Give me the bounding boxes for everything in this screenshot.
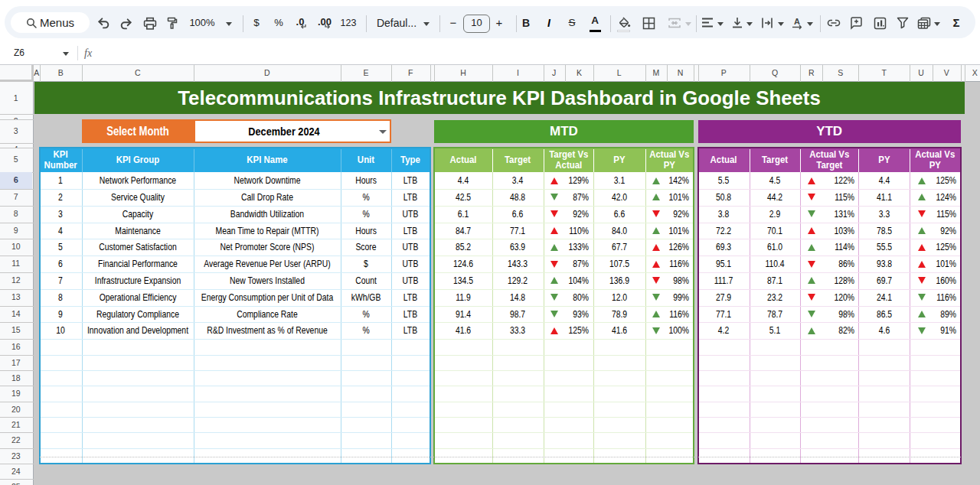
svg-text:A: A xyxy=(794,17,800,26)
